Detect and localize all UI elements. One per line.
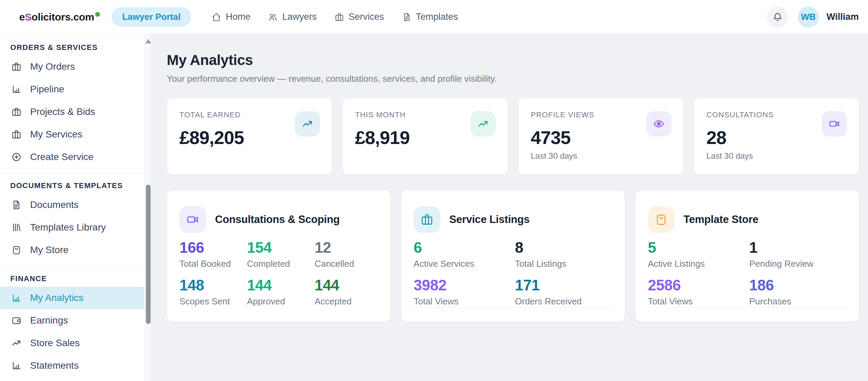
briefcase-icon (11, 62, 22, 72)
wallet-icon (11, 315, 22, 326)
stat-label: Purchases (749, 296, 846, 307)
sidebar-item-templates-library[interactable]: Templates Library (0, 216, 144, 239)
stat-value: 166 (179, 239, 243, 256)
sidebar-item-create-service[interactable]: Create Service (0, 146, 144, 168)
card-header: Service Listings (414, 190, 612, 233)
eye-icon (653, 118, 665, 130)
stat-value: 1 (749, 239, 846, 256)
nav-label: Templates (416, 12, 458, 22)
card-service-listings: Service Listings 6 Active Services 8 Tot… (401, 190, 625, 322)
stat-pending-review: 1 Pending Review (749, 239, 846, 269)
stat-active-services: 6 Active Services (414, 239, 511, 269)
stat-total-booked: 166 Total Booked (179, 239, 243, 269)
stat-value: 5 (648, 239, 745, 256)
stat-note: Last 30 days (706, 151, 753, 161)
shopping-bag-icon (11, 245, 22, 255)
nav-label: Home (226, 12, 250, 22)
sidebar-item-store-sales[interactable]: Store Sales (0, 332, 144, 354)
sidebar-item-my-analytics[interactable]: My Analytics (0, 287, 144, 309)
nav-item-services[interactable]: Services (335, 12, 384, 22)
stat-value: 3982 (414, 277, 511, 294)
brand-logo[interactable]: eSolicitors.com (19, 11, 100, 23)
stat-label: Cancelled (315, 259, 378, 269)
stat-active-listings: 5 Active Listings (648, 239, 745, 269)
sidebar-section-title-finance: FINANCE (10, 274, 144, 283)
sidebar-item-label: Documents (30, 199, 79, 210)
briefcase-icon (11, 107, 22, 117)
stat-label: Total Views (414, 296, 511, 307)
nav-item-templates[interactable]: Templates (402, 12, 458, 22)
stat-label: Active Services (414, 259, 511, 269)
file-text-icon (11, 200, 22, 210)
stat-value: 144 (247, 277, 310, 294)
nav-item-home[interactable]: Home (212, 12, 250, 22)
sidebar-item-my-services[interactable]: My Services (0, 123, 144, 146)
topbar-right: WB William (767, 6, 859, 28)
logo-text-accent: S (25, 11, 32, 23)
avatar[interactable]: WB (798, 6, 819, 28)
page-title: My Analytics (167, 52, 859, 68)
stat-note: Last 30 days (531, 151, 577, 161)
sidebar-item-label: Statements (30, 360, 79, 371)
stat-value: 2586 (648, 277, 745, 294)
nav-item-lawyers[interactable]: Lawyers (268, 12, 317, 22)
stat-card-profile-views: PROFILE VIEWS 4735 Last 30 days (518, 98, 683, 175)
stat-value: 154 (247, 239, 310, 256)
sidebar-item-my-orders[interactable]: My Orders (0, 55, 144, 78)
stat-label: Orders Received (515, 296, 612, 307)
bell-icon (772, 12, 783, 22)
bar-chart-icon (11, 293, 22, 303)
detail-card-row: Consultations & Scoping 166 Total Booked… (167, 190, 859, 322)
card-header: Consultations & Scoping (179, 190, 378, 233)
trending-up-icon (477, 118, 489, 130)
briefcase-icon (11, 129, 22, 140)
sidebar-item-label: Store Sales (30, 338, 80, 349)
sidebar-item-projects-bids[interactable]: Projects & Bids (0, 101, 144, 123)
card-stats: 166 Total Booked 154 Completed 12 Cancel… (179, 239, 378, 307)
stat-total-views: 2586 Total Views (648, 277, 745, 307)
sidebar-divider (0, 173, 144, 173)
stat-value: 171 (515, 277, 612, 294)
bar-chart-icon (11, 360, 22, 371)
card-icon-box (648, 206, 675, 233)
stat-scopes-sent: 148 Scopes Sent (179, 277, 243, 307)
sidebar-item-documents[interactable]: Documents (0, 194, 144, 216)
stat-label: Total Views (648, 296, 745, 307)
sidebar-item-statements[interactable]: Statements (0, 354, 144, 377)
sidebar-item-earnings[interactable]: Earnings (0, 309, 144, 332)
trending-up-icon (302, 118, 313, 130)
stat-label: Approved (247, 296, 310, 307)
stat-value: 144 (315, 277, 378, 294)
card-stats: 5 Active Listings 1 Pending Review 2586 … (648, 239, 846, 307)
card-stats: 6 Active Services 8 Total Listings 3982 … (414, 239, 612, 307)
notifications-button[interactable] (767, 6, 788, 28)
sidebar-item-label: Create Service (30, 152, 93, 162)
stat-label: Completed (247, 259, 310, 269)
logo-text-part1: e (19, 11, 25, 23)
stat-icon-box (470, 111, 496, 136)
card-title: Template Store (683, 213, 758, 226)
stat-value: 12 (315, 239, 378, 256)
stat-orders-received: 171 Orders Received (515, 277, 612, 307)
scrollbar-up-arrow-icon[interactable] (145, 39, 151, 43)
briefcase-icon (420, 213, 433, 226)
bar-chart-icon (11, 84, 22, 94)
main-nav: Home Lawyers Services Templates (212, 12, 458, 22)
username[interactable]: William (827, 12, 859, 22)
scrollbar-thumb[interactable] (146, 185, 151, 324)
sidebar-item-pipeline[interactable]: Pipeline (0, 78, 144, 101)
nav-label: Lawyers (282, 12, 317, 22)
stat-label: Scopes Sent (179, 296, 243, 307)
stat-approved: 144 Approved (247, 277, 310, 307)
stat-value: 8 (515, 239, 612, 256)
card-title: Consultations & Scoping (215, 213, 340, 226)
card-consultations-scoping: Consultations & Scoping 166 Total Booked… (167, 190, 391, 322)
sidebar-item-label: Earnings (30, 315, 68, 326)
sidebar-item-label: My Analytics (30, 292, 84, 303)
stat-icon-box (646, 111, 671, 136)
card-icon-box (414, 206, 440, 233)
card-icon-box (179, 206, 206, 233)
plus-circle-icon (11, 152, 22, 162)
sidebar-item-my-store[interactable]: My Store (0, 239, 144, 261)
main-content: My Analytics Your performance overview —… (152, 34, 868, 381)
